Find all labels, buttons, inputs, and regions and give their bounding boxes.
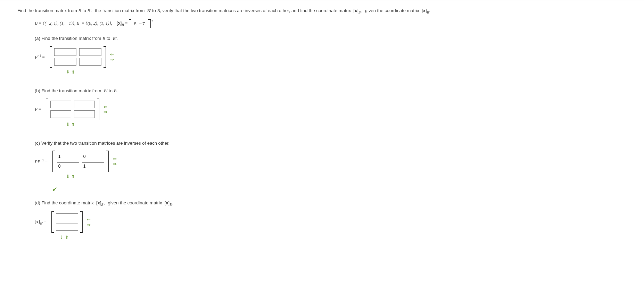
- part-a-label: (a) Find the transition matrix from B to…: [35, 36, 625, 41]
- add-row-icon[interactable]: ⇑: [65, 235, 69, 239]
- part-a: (a) Find the transition matrix from B to…: [35, 36, 625, 74]
- matrix-d-cell-0-0[interactable]: [56, 213, 78, 221]
- part-d-label: (d) Find the coordinate matrix [x]B′, gi…: [35, 200, 625, 206]
- matrix-b: [46, 99, 99, 120]
- remove-row-icon[interactable]: ⇓: [60, 235, 64, 239]
- given-data: B = {(−2, 1), (1, −1)}, B′ = {(0, 2), (1…: [35, 19, 625, 28]
- matrix-a-cell-0-0[interactable]: [54, 48, 76, 56]
- matrix-b-cell-0-0[interactable]: [50, 101, 71, 108]
- matrix-c-cell-0-1[interactable]: [82, 153, 104, 160]
- add-row-icon[interactable]: ⇑: [71, 174, 75, 179]
- matrix-a-cell-0-1[interactable]: [79, 48, 101, 56]
- matrix-c: [52, 151, 109, 172]
- question-intro: Find the transition matrix from B to B′,…: [17, 7, 625, 15]
- pp-inverse-label: PP−1 =: [35, 158, 48, 164]
- question-page: Find the transition matrix from B to B′,…: [0, 4, 643, 260]
- add-column-icon[interactable]: ⇒: [113, 162, 117, 166]
- xb-prime-label: [x]B′ =: [35, 219, 47, 225]
- p-inverse-label: P−1 =: [35, 54, 45, 60]
- part-c: (c) Verify that the two transition matri…: [35, 141, 625, 193]
- matrix-d: [51, 211, 83, 233]
- part-c-label: (c) Verify that the two transition matri…: [35, 141, 625, 146]
- basis-definitions: B = {(−2, 1), (1, −1)}, B′ = {(0, 2), (1…: [35, 20, 112, 26]
- part-b: (b) Find the transition matrix from B′ t…: [35, 88, 625, 127]
- remove-column-icon[interactable]: ⇐: [110, 52, 114, 57]
- matrix-a-cell-1-0[interactable]: [54, 58, 76, 66]
- check-icon: ✔: [52, 186, 625, 193]
- part-d: (d) Find the coordinate matrix [x]B′, gi…: [35, 200, 625, 239]
- add-column-icon[interactable]: ⇒: [104, 110, 107, 114]
- xb-vector-values: 8 −7: [132, 20, 148, 28]
- matrix-b-cell-0-1[interactable]: [74, 101, 95, 108]
- matrix-c-cell-0-0[interactable]: [57, 153, 79, 160]
- remove-column-icon[interactable]: ⇐: [104, 104, 107, 109]
- matrix-c-cell-1-0[interactable]: [57, 162, 79, 170]
- matrix-c-cell-1-1[interactable]: [82, 162, 104, 170]
- add-column-icon[interactable]: ⇒: [87, 222, 91, 227]
- matrix-b-cell-1-1[interactable]: [74, 110, 95, 118]
- remove-column-icon[interactable]: ⇐: [113, 156, 117, 161]
- add-row-icon[interactable]: ⇑: [71, 70, 75, 74]
- add-column-icon[interactable]: ⇒: [110, 57, 114, 62]
- matrix-a-cell-1-1[interactable]: [79, 58, 101, 66]
- matrix-a: [50, 46, 106, 68]
- part-b-label: (b) Find the transition matrix from B′ t…: [35, 88, 625, 94]
- remove-row-icon[interactable]: ⇓: [66, 174, 70, 179]
- matrix-d-cell-1-0[interactable]: [56, 223, 78, 231]
- remove-row-icon[interactable]: ⇓: [66, 122, 70, 127]
- add-row-icon[interactable]: ⇑: [71, 122, 75, 127]
- p-label: P =: [35, 107, 41, 112]
- matrix-b-cell-1-0[interactable]: [50, 110, 71, 118]
- remove-column-icon[interactable]: ⇐: [87, 217, 91, 222]
- remove-row-icon[interactable]: ⇓: [66, 70, 70, 74]
